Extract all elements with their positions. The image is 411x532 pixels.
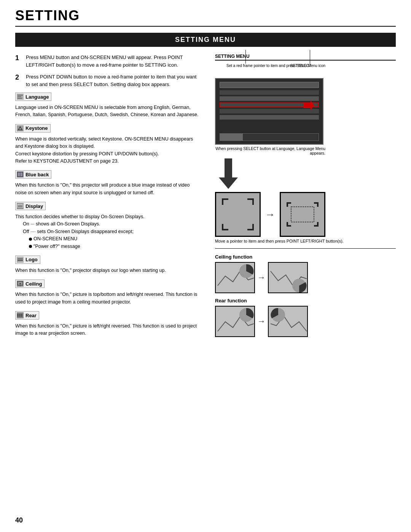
item-desc-language: Language used in ON-SCREEN MENU is selec… <box>15 104 202 119</box>
item-desc-rear: When this function is "On," picture is l… <box>15 323 202 337</box>
keystone-icon <box>17 125 24 131</box>
menu-scrollbar <box>220 133 319 141</box>
item-label-display: Display <box>25 203 43 209</box>
arrow-between-boxes: → <box>265 209 275 220</box>
callout-setting-menu-icon: SETTING Menu icon <box>290 64 325 68</box>
item-label-logo: Logo <box>25 257 38 262</box>
pointer-arrow <box>304 100 315 112</box>
setting-menu-screen <box>215 78 323 145</box>
item-label-blueback: Blue back <box>25 172 49 177</box>
down-arrow-svg <box>215 158 242 189</box>
callout-area: Set a red frame pointer to item and pres… <box>215 64 325 77</box>
step-2-number: 2 <box>15 72 23 88</box>
item-label-keystone: Keystone <box>25 125 48 131</box>
step-1-text: Press MENU button and ON-SCREEN MENU wil… <box>26 54 202 69</box>
resize-box <box>215 192 261 237</box>
content-area: 1 Press MENU button and ON-SCREEN MENU w… <box>15 54 396 343</box>
ceiling-arrow: → <box>257 273 266 283</box>
page-title: SETTING <box>15 8 396 27</box>
rear-after-box <box>268 306 308 337</box>
scroll-thumb <box>220 134 243 141</box>
aspect-box <box>280 192 325 237</box>
item-ceiling: Ceiling When this function is "On," pict… <box>15 280 202 306</box>
menu-title-bar <box>220 82 319 88</box>
item-label-language: Language <box>25 94 49 100</box>
move-caption: Move a pointer to item and then press PO… <box>215 238 396 244</box>
ceiling-function-label: Ceiling function <box>215 254 396 260</box>
page-container: SETTING SETTING MENU 1 Press MENU button… <box>0 0 411 532</box>
item-blueback: Blue back When this function is "On," th… <box>15 170 202 197</box>
svg-rect-11 <box>18 204 19 205</box>
svg-rect-3 <box>18 98 22 99</box>
rear-arrow: → <box>257 316 266 326</box>
rear-function-label: Rear function <box>215 298 396 304</box>
item-label-rear: Rear <box>25 313 37 318</box>
item-desc-keystone: When image is distorted vertically, sele… <box>15 136 202 165</box>
step-1: 1 Press MENU button and ON-SCREEN MENU w… <box>15 54 202 69</box>
step-2: 2 Press POINT DOWN button to move a red-… <box>15 73 202 88</box>
svg-point-20 <box>19 283 21 284</box>
rear-func-pair: → <box>215 306 396 337</box>
svg-rect-15 <box>18 259 23 259</box>
svg-marker-25 <box>304 101 314 110</box>
display-icon <box>17 203 24 209</box>
item-label-ceiling: Ceiling <box>25 281 42 287</box>
item-desc-ceiling: When this function is "On," picture is t… <box>15 291 202 306</box>
item-header-ceiling: Ceiling <box>15 280 45 288</box>
ceiling-icon <box>17 281 24 287</box>
item-language: Language Language used in ON-SCREEN MENU… <box>15 93 202 119</box>
item-header-language: Language <box>15 93 51 101</box>
callout-line-right <box>310 50 310 64</box>
page-number: 40 <box>15 516 23 524</box>
rear-icon <box>17 312 24 318</box>
setting-menu-diagram: Set a red frame pointer to item and pres… <box>215 64 325 145</box>
down-arrow-area <box>215 158 325 189</box>
small-boxes-area: → <box>215 192 325 237</box>
item-header-blueback: Blue back <box>15 170 51 179</box>
svg-rect-12 <box>19 204 21 205</box>
item-keystone: Keystone When image is distorted vertica… <box>15 124 202 165</box>
step-1-number: 1 <box>15 53 23 69</box>
item-desc-display: This function decides whether to display… <box>15 213 202 250</box>
language-menu-note: When pressing SELECT button at Language,… <box>215 146 325 155</box>
item-rear: Rear When this function is "On," picture… <box>15 311 202 337</box>
ceiling-func-pair: → <box>215 262 396 293</box>
rear-function-section: Rear function → <box>215 298 396 337</box>
menu-item-5 <box>220 115 319 120</box>
item-display: Display This function decides whether to… <box>15 202 202 250</box>
aspect-handles-svg <box>285 201 320 228</box>
ceiling-after-box <box>268 262 308 293</box>
svg-rect-24 <box>21 314 22 317</box>
right-column: SETTING MENU Set a red frame pointer to … <box>213 54 396 343</box>
item-header-logo: Logo <box>15 256 40 264</box>
svg-marker-26 <box>219 158 238 189</box>
item-desc-logo: When this function is "On," projector di… <box>15 267 202 274</box>
svg-rect-1 <box>18 95 23 96</box>
svg-rect-14 <box>17 257 24 263</box>
ceiling-before-box <box>215 262 255 293</box>
svg-rect-23 <box>19 314 21 317</box>
item-header-rear: Rear <box>15 311 39 320</box>
setting-menu-label: SETTING MENU <box>215 54 396 61</box>
rear-before-box <box>215 306 255 337</box>
section-header: SETTING MENU <box>15 33 396 47</box>
svg-rect-22 <box>17 314 19 317</box>
item-header-display: Display <box>15 202 46 210</box>
step-2-text: Press POINT DOWN button to move a red-fr… <box>26 73 202 88</box>
resize-handles-svg <box>221 197 255 232</box>
callout-line-left <box>245 50 246 64</box>
left-column: 1 Press MENU button and ON-SCREEN MENU w… <box>15 54 202 343</box>
svg-rect-2 <box>18 96 21 97</box>
item-logo: Logo When this function is "On," project… <box>15 256 202 274</box>
ceiling-function-section: Ceiling function → <box>215 254 396 293</box>
divider <box>215 248 396 249</box>
svg-rect-16 <box>18 260 23 261</box>
blueback-icon <box>17 171 24 177</box>
logo-icon <box>17 257 24 263</box>
language-icon <box>17 94 24 100</box>
item-desc-blueback: When this function is "On," this project… <box>15 182 202 197</box>
svg-rect-13 <box>21 204 22 205</box>
item-header-keystone: Keystone <box>15 124 51 133</box>
svg-rect-27 <box>291 207 314 222</box>
menu-item-1 <box>220 90 319 95</box>
